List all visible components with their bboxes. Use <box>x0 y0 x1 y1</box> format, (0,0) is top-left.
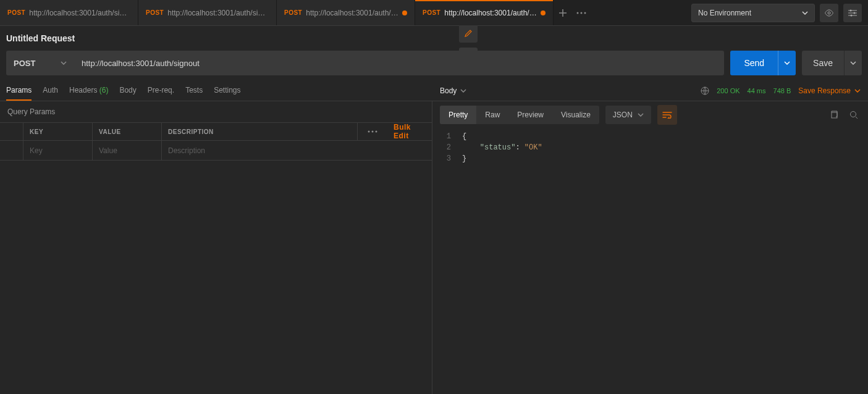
tab-headers[interactable]: Headers (6) <box>69 81 108 101</box>
tab-auth[interactable]: Auth <box>43 81 58 101</box>
edit-button[interactable] <box>459 24 478 43</box>
tab-label: http://localhost:3001/auth/sig… <box>444 9 537 17</box>
tab-prerequest[interactable]: Pre-req. <box>148 81 174 101</box>
response-time: 44 ms <box>748 87 766 94</box>
url-input[interactable] <box>74 51 724 75</box>
chevron-down-icon <box>638 113 644 117</box>
response-header-bar: Body 200 OK 44 ms 748 B Save Response <box>432 80 868 101</box>
tab-tests[interactable]: Tests <box>185 81 203 101</box>
column-checkbox <box>0 123 23 140</box>
chevron-down-icon <box>784 61 790 65</box>
tab-method: POST <box>423 9 440 16</box>
code-content: { "status": "OK" } <box>457 131 868 164</box>
main-split: Query Params KEY VALUE DESCRIPTION Bulk … <box>0 101 868 394</box>
search-icon <box>849 111 858 119</box>
bulk-edit-button[interactable]: Bulk Edit <box>387 123 432 140</box>
svg-point-12 <box>851 112 856 117</box>
tab-method: POST <box>7 9 25 16</box>
request-tab[interactable]: POST http://localhost:3001/auth/sig… <box>0 0 138 25</box>
request-tab[interactable]: POST http://localhost:3001/auth/ses… <box>277 0 415 25</box>
param-value-input[interactable] <box>99 141 155 160</box>
dots-horizontal-icon <box>368 130 377 133</box>
json-key: "status" <box>480 143 516 152</box>
save-button-label: Save <box>802 51 845 75</box>
svg-point-8 <box>372 131 374 133</box>
request-title: Untitled Request <box>6 33 75 43</box>
method-select[interactable]: POST <box>6 51 74 75</box>
request-tab[interactable]: POST http://localhost:3001/auth/sig… <box>138 0 277 25</box>
response-body-viewer[interactable]: 1 2 3 { "status": "OK" } <box>432 128 868 167</box>
send-button-options[interactable] <box>778 61 796 65</box>
tab-method: POST <box>146 9 164 16</box>
request-panel: Query Params KEY VALUE DESCRIPTION Bulk … <box>0 101 432 394</box>
tab-label: http://localhost:3001/auth/ses… <box>306 9 398 17</box>
column-description: DESCRIPTION <box>162 123 358 140</box>
tab-settings[interactable]: Settings <box>214 81 240 101</box>
tab-headers-label: Headers <box>69 86 97 94</box>
response-panel: Body 200 OK 44 ms 748 B Save Response Pr… <box>432 101 868 394</box>
request-title-row: Untitled Request BUILD <box>0 26 868 51</box>
unsaved-dot-icon <box>402 10 407 15</box>
svg-point-7 <box>368 131 370 133</box>
request-tab[interactable]: POST http://localhost:3001/auth/sig… <box>415 0 554 25</box>
response-section-select[interactable]: Body <box>440 86 466 95</box>
response-size: 748 B <box>773 87 791 94</box>
json-value: "OK" <box>525 143 542 152</box>
line-number: 3 <box>432 153 451 164</box>
view-tab-preview[interactable]: Preview <box>508 106 552 124</box>
pencil-icon <box>464 29 473 38</box>
tab-label: http://localhost:3001/auth/sig… <box>167 9 269 17</box>
chevron-down-icon <box>460 89 466 93</box>
line-number: 1 <box>432 131 451 142</box>
save-button-options[interactable] <box>845 61 862 65</box>
copy-response-button[interactable] <box>827 108 841 122</box>
param-description-input[interactable] <box>168 141 426 160</box>
chevron-down-icon <box>854 89 861 93</box>
tab-params[interactable]: Params <box>6 81 32 101</box>
send-button[interactable]: Send <box>730 51 796 75</box>
line-wrap-toggle[interactable] <box>657 105 677 125</box>
response-view-tabs: Pretty Raw Preview Visualize <box>440 106 599 124</box>
param-key-input[interactable] <box>30 141 86 160</box>
tab-headers-count: (6) <box>99 86 109 94</box>
format-selected: JSON <box>613 111 633 119</box>
chevron-down-icon <box>61 61 67 65</box>
column-key: KEY <box>23 123 93 140</box>
view-tab-pretty[interactable]: Pretty <box>440 106 476 124</box>
globe-icon <box>701 86 709 95</box>
response-toolbar: Pretty Raw Preview Visualize JSON <box>432 101 868 128</box>
tab-body[interactable]: Body <box>119 81 136 101</box>
response-status: 200 OK <box>717 87 739 94</box>
row-checkbox[interactable] <box>0 141 23 160</box>
copy-icon <box>830 111 838 119</box>
unsaved-dot-icon <box>541 10 546 15</box>
method-selected: POST <box>14 59 35 68</box>
search-response-button[interactable] <box>847 108 861 122</box>
svg-rect-11 <box>832 112 837 118</box>
save-response-label: Save Response <box>798 86 851 95</box>
tab-label: http://localhost:3001/auth/sig… <box>29 9 130 17</box>
network-icon[interactable] <box>701 86 709 95</box>
column-value: VALUE <box>93 123 162 140</box>
format-select[interactable]: JSON <box>605 106 651 124</box>
response-section-label: Body <box>440 86 457 95</box>
chevron-down-icon <box>850 61 856 65</box>
column-options-button[interactable] <box>358 123 387 140</box>
query-params-title: Query Params <box>0 101 432 122</box>
line-number: 2 <box>432 142 451 153</box>
save-response-button[interactable]: Save Response <box>798 86 861 95</box>
wrap-icon <box>662 111 672 119</box>
save-button[interactable]: Save <box>802 51 862 75</box>
svg-point-9 <box>376 131 377 133</box>
line-gutter: 1 2 3 <box>432 131 457 164</box>
request-line: POST Send Save <box>0 51 868 80</box>
view-tab-raw[interactable]: Raw <box>476 106 508 124</box>
query-param-row <box>0 141 432 161</box>
send-button-label: Send <box>730 51 778 75</box>
query-params-header: KEY VALUE DESCRIPTION Bulk Edit <box>0 122 432 141</box>
view-tab-visualize[interactable]: Visualize <box>552 106 599 124</box>
tab-method: POST <box>284 9 302 16</box>
